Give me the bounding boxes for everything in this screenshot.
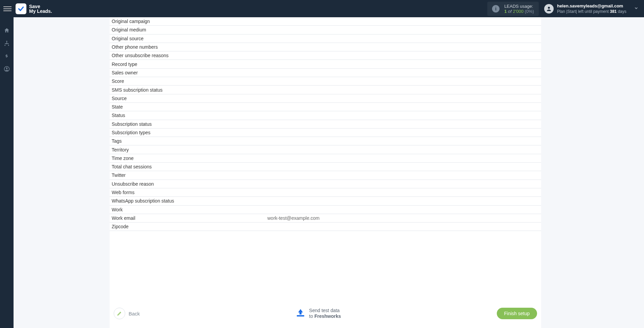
chevron-down-icon[interactable] [632, 5, 641, 12]
field-row[interactable]: Territory [110, 145, 541, 154]
info-icon: i [492, 5, 499, 13]
field-list: Original campaignOriginal mediumOriginal… [110, 17, 541, 299]
setup-panel: Original campaignOriginal mediumOriginal… [110, 17, 541, 328]
pencil-icon [114, 308, 125, 319]
avatar-icon [544, 4, 554, 14]
field-row[interactable]: Source [110, 94, 541, 103]
upload-icon [295, 308, 306, 319]
field-row[interactable]: Original medium [110, 26, 541, 34]
field-row[interactable]: State [110, 103, 541, 111]
field-label: Source [112, 96, 267, 101]
field-row[interactable]: Original source [110, 34, 541, 43]
send-test-data-button[interactable]: Send test data to Freshworks [295, 308, 341, 319]
app-name: Save My Leads. [29, 4, 52, 14]
field-label: Original medium [112, 27, 267, 32]
field-row[interactable]: Unsubscribe reason [110, 180, 541, 188]
field-row[interactable]: WhatsApp subscription status [110, 197, 541, 205]
field-label: Unsubscribe reason [112, 181, 267, 187]
back-label: Back [129, 311, 140, 317]
user-info: helen.savemyleads@gmail.com Plan |Start|… [557, 3, 626, 14]
field-row[interactable]: Web forms [110, 188, 541, 197]
field-label: Tags [112, 138, 267, 144]
content-area: Original campaignOriginal mediumOriginal… [14, 17, 644, 328]
field-row[interactable]: Subscription status [110, 120, 541, 128]
leads-usage-box[interactable]: i LEADS usage: 1 of 2'000 (0%) [487, 2, 539, 16]
field-row[interactable]: Sales owner [110, 69, 541, 77]
field-label: Other phone numbers [112, 44, 267, 50]
app-logo[interactable] [16, 3, 26, 14]
field-label: Score [112, 78, 267, 84]
field-row[interactable]: SMS subscription status [110, 86, 541, 94]
field-label: Work email [112, 215, 267, 221]
field-row[interactable]: Zipcode [110, 222, 541, 231]
field-row[interactable]: Twitter [110, 171, 541, 180]
field-label: Original campaign [112, 19, 267, 24]
field-label: State [112, 104, 267, 110]
field-label: Time zone [112, 156, 267, 161]
field-row[interactable]: Status [110, 111, 541, 120]
svg-point-0 [548, 7, 550, 9]
sidebar [0, 17, 14, 328]
send-test-text: Send test data to Freshworks [309, 308, 341, 319]
field-label: Total chat sessions [112, 164, 267, 169]
field-label: Status [112, 113, 267, 118]
svg-point-2 [6, 68, 8, 69]
field-label: Original source [112, 36, 267, 41]
field-row[interactable]: Total chat sessions [110, 163, 541, 171]
svg-rect-3 [297, 315, 304, 317]
field-label: Zipcode [112, 224, 267, 229]
field-label: WhatsApp subscription status [112, 198, 267, 204]
field-row[interactable]: Time zone [110, 154, 541, 163]
sidebar-profile[interactable] [0, 63, 14, 75]
field-row[interactable]: Tags [110, 137, 541, 145]
field-row[interactable]: Record type [110, 60, 541, 68]
field-row[interactable]: Other unsubscribe reasons [110, 51, 541, 60]
field-row[interactable]: Work [110, 206, 541, 214]
field-row[interactable]: Other phone numbers [110, 43, 541, 51]
sidebar-billing[interactable] [0, 50, 14, 63]
topbar: Save My Leads. i LEADS usage: 1 of 2'000… [0, 0, 644, 17]
field-label: Record type [112, 62, 267, 67]
field-row[interactable]: Subscription types [110, 128, 541, 137]
back-button[interactable]: Back [114, 308, 140, 319]
sidebar-home[interactable] [0, 24, 14, 37]
field-label: Territory [112, 147, 267, 153]
field-label: Work [112, 207, 267, 212]
sidebar-connections[interactable] [0, 37, 14, 50]
field-label: Sales owner [112, 70, 267, 75]
menu-icon[interactable] [3, 5, 12, 13]
field-row[interactable]: Work emailwork-test@example.com [110, 214, 541, 222]
user-account-box[interactable]: helen.savemyleads@gmail.com Plan |Start|… [544, 3, 626, 14]
panel-footer: Back Send test data to Freshworks Finish… [110, 299, 541, 328]
field-label: Subscription types [112, 130, 267, 135]
field-label: Web forms [112, 190, 267, 195]
field-row[interactable]: Original campaign [110, 17, 541, 26]
leads-usage-text: LEADS usage: 1 of 2'000 (0%) [504, 4, 534, 14]
field-value: work-test@example.com [267, 215, 539, 221]
field-label: Twitter [112, 172, 267, 178]
field-label: SMS subscription status [112, 87, 267, 93]
field-row[interactable]: Score [110, 77, 541, 86]
field-label: Other unsubscribe reasons [112, 53, 267, 58]
field-label: Subscription status [112, 121, 267, 127]
finish-setup-button[interactable]: Finish setup [497, 308, 537, 319]
